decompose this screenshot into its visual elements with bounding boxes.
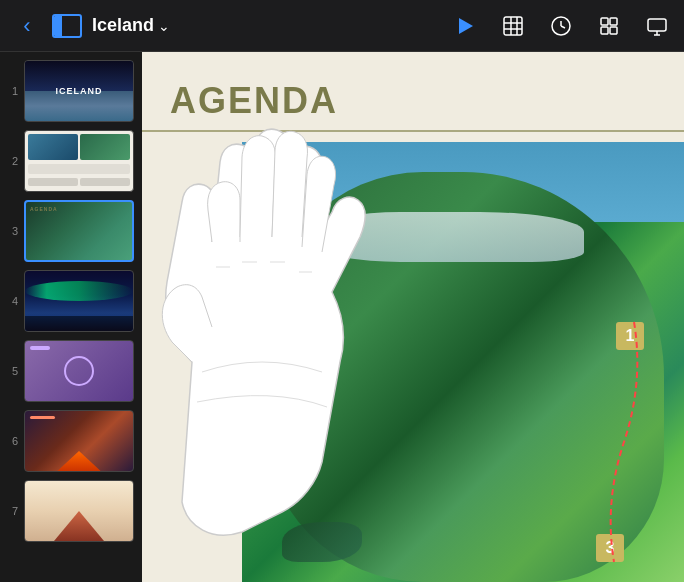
slide-thumbnail: AGENDA [24,200,134,262]
top-bar-left: ‹ Iceland ⌄ [12,11,440,41]
slide-item[interactable]: 2 [0,126,142,196]
svg-line-8 [561,26,565,28]
sidebar-toggle-button[interactable] [52,14,82,38]
main-content: 1 ICELAND 2 3 AGENDA [0,52,684,582]
slide-thumbnail [24,480,134,542]
table-icon [502,15,524,37]
map-area: 1 3 [242,142,684,582]
slide-thumbnail [24,270,134,332]
agenda-divider [142,130,684,132]
table-button[interactable] [498,11,528,41]
slide-thumbnail [24,340,134,402]
slide-panel[interactable]: 1 ICELAND 2 3 AGENDA [0,52,142,582]
slide-number: 3 [6,225,18,237]
clock-button[interactable] [546,11,576,41]
thumb-text-bar [28,164,130,174]
slide-item[interactable]: 1 ICELAND [0,56,142,126]
clock-icon [550,15,572,37]
slide-number: 2 [6,155,18,167]
back-button[interactable]: ‹ [12,11,42,41]
thumb-label [30,346,50,350]
layers-icon [598,15,620,37]
svg-rect-12 [610,27,617,34]
slide-number: 6 [6,435,18,447]
map-terrain [282,522,362,562]
slide-thumbnail [24,410,134,472]
slide-item[interactable]: 5 [0,336,142,406]
thumb-label [30,416,55,419]
slide-number: 1 [6,85,18,97]
thumb-aurora [25,281,133,301]
canvas-area[interactable]: AGENDA 1 3 [142,52,684,582]
thumb-text-bar [28,178,78,186]
slide-item[interactable]: 4 [0,266,142,336]
map-dotted-path [384,242,684,582]
top-bar-right [450,11,672,41]
thumb-img [80,134,130,160]
thumb-img [28,134,78,160]
svg-rect-13 [648,19,666,31]
chevron-down-icon: ⌄ [158,18,170,34]
thumb-iceland-text: ICELAND [56,86,103,96]
thumb-volcano [54,511,104,541]
thumb-text-bar [80,178,130,186]
slide-number: 7 [6,505,18,517]
slide-thumbnail [24,130,134,192]
thumb-lava [57,451,100,471]
slide-thumbnail: ICELAND [24,60,134,122]
svg-marker-0 [459,18,473,34]
thumb-ground [25,316,133,331]
presentation-title: Iceland [92,15,154,36]
slide-content: AGENDA 1 3 [142,52,684,582]
svg-rect-9 [601,18,608,25]
slide-number: 5 [6,365,18,377]
play-icon [454,15,476,37]
thumb-agenda-label: AGENDA [30,206,58,212]
top-bar: ‹ Iceland ⌄ [0,0,684,52]
display-button[interactable] [642,11,672,41]
presentation-title-area[interactable]: Iceland ⌄ [92,15,170,36]
slide-item[interactable]: 6 [0,406,142,476]
slide-item-selected[interactable]: 3 AGENDA [0,196,142,266]
agenda-title: AGENDA [170,80,338,122]
svg-rect-10 [610,18,617,25]
sidebar-icon-panel [54,16,62,36]
svg-rect-11 [601,27,608,34]
play-button[interactable] [450,11,480,41]
slide-number: 4 [6,295,18,307]
slide-item[interactable]: 7 [0,476,142,546]
svg-rect-1 [504,17,522,35]
display-icon [646,15,668,37]
layers-button[interactable] [594,11,624,41]
thumb-circle [64,356,94,386]
